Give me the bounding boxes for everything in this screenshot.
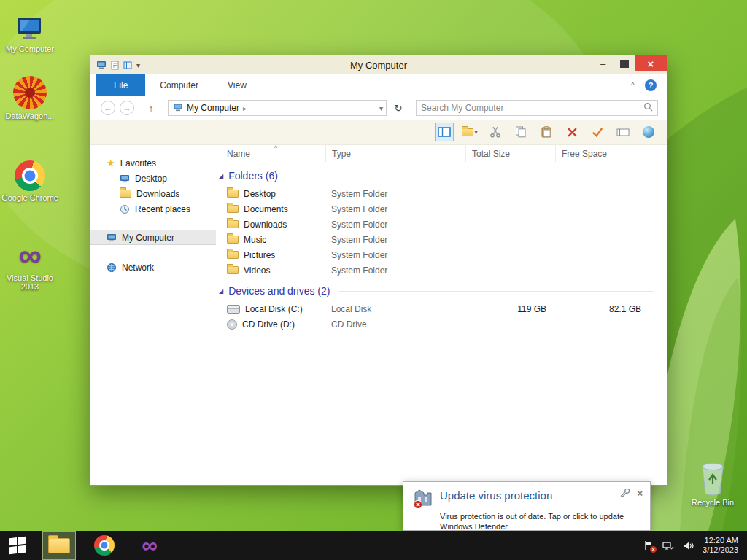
item-type: CD Drive <box>325 319 465 330</box>
file-row-pictures[interactable]: Pictures System Folder <box>216 247 662 262</box>
qat-page-icon[interactable] <box>111 61 119 70</box>
recycle-bin-icon <box>684 459 741 496</box>
preview-pane-button[interactable] <box>435 122 454 141</box>
search-input[interactable] <box>421 103 643 113</box>
caption-buttons: – × <box>592 55 667 71</box>
group-header-devices[interactable]: ◢ Devices and drives (2) <box>219 285 662 297</box>
desktop-icon-label: Google Chrome <box>1 193 58 202</box>
taskbar-visual-studio[interactable]: ∞ <box>133 531 166 560</box>
up-icon: ↑ <box>149 103 154 114</box>
rename-button[interactable] <box>614 122 632 141</box>
delete-button[interactable] <box>562 122 581 141</box>
file-row-desktop[interactable]: Desktop System Folder <box>216 186 662 201</box>
file-row-documents[interactable]: Documents System Folder <box>216 201 662 217</box>
ribbon-tab-bar: File Computer View ^ ? <box>90 74 667 96</box>
tab-file[interactable]: File <box>96 74 145 96</box>
volume-icon[interactable] <box>683 541 694 551</box>
group-collapse-icon[interactable]: ◢ <box>219 173 223 179</box>
drive-row-local-disk-c[interactable]: Local Disk (C:) Local Disk 119 GB 82.1 G… <box>216 301 662 316</box>
file-row-music[interactable]: Music System Folder <box>216 232 662 247</box>
desktop-icon-label: Visual Studio 2013 <box>1 273 58 291</box>
column-label: Total Size <box>472 149 510 159</box>
forward-button[interactable]: → <box>120 101 134 115</box>
paste-button[interactable] <box>537 122 556 141</box>
checkmark-button[interactable] <box>588 122 607 141</box>
titlebar[interactable]: ▾ My Computer – × <box>90 55 667 74</box>
item-name: Local Disk (C:) <box>245 304 303 314</box>
column-header-name[interactable]: Name ^ <box>216 145 325 162</box>
network-globe-button[interactable] <box>639 122 658 141</box>
help-icon[interactable]: ? <box>645 79 657 91</box>
desktop-icon-datawagon[interactable]: DataWagon... <box>1 73 58 120</box>
navigation-pane: ★ Favorites Desktop Downloads Recent pla… <box>90 145 216 442</box>
group-divider <box>287 176 654 176</box>
tab-view[interactable]: View <box>213 74 261 96</box>
sidebar-item-desktop[interactable]: Desktop <box>90 171 216 186</box>
file-row-downloads[interactable]: Downloads System Folder <box>216 217 662 232</box>
action-center-flag-icon[interactable]: × <box>644 540 654 551</box>
back-button[interactable]: ← <box>101 101 115 115</box>
refresh-button[interactable]: ↻ <box>391 101 406 115</box>
taskbar-clock[interactable]: 12:20 AM 3/12/2023 <box>703 536 738 555</box>
ribbon-collapse-icon[interactable]: ^ <box>631 81 635 90</box>
start-button[interactable] <box>0 531 35 560</box>
column-header-total-size[interactable]: Total Size <box>465 145 555 162</box>
desktop-icon-my-computer[interactable]: My Computer <box>1 6 58 53</box>
taskbar-file-explorer[interactable] <box>42 531 76 560</box>
sidebar-item-my-computer[interactable]: My Computer <box>90 230 216 245</box>
qat-panel-icon[interactable] <box>123 61 132 69</box>
minimize-button[interactable]: – <box>592 55 614 71</box>
qat-customize-chevron-icon[interactable]: ▾ <box>136 61 140 69</box>
notification-toast[interactable]: Update virus protection × Virus protecti… <box>403 481 651 531</box>
notification-close-icon[interactable]: × <box>637 488 643 499</box>
chrome-icon <box>1 155 58 191</box>
group-header-folders[interactable]: ◢ Folders (6) <box>219 170 662 182</box>
item-type: System Folder <box>325 235 465 245</box>
desktop-icon-visual-studio[interactable]: ∞ Visual Studio 2013 <box>1 235 58 291</box>
address-dropdown-icon[interactable]: ▾ <box>379 104 383 112</box>
back-icon: ← <box>104 103 112 113</box>
network-tray-icon[interactable] <box>662 541 674 551</box>
column-header-free-space[interactable]: Free Space <box>555 145 650 162</box>
copy-button[interactable] <box>511 122 530 141</box>
system-tray: × 12:20 AM 3/12/2023 <box>644 536 747 555</box>
sidebar-label: Desktop <box>135 174 167 184</box>
open-folder-button[interactable]: ▾ <box>460 122 479 141</box>
group-collapse-icon[interactable]: ◢ <box>219 288 223 295</box>
breadcrumb-chevron-icon[interactable]: ▸ <box>243 104 247 112</box>
taskbar-chrome[interactable] <box>88 531 121 560</box>
sidebar-label: Network <box>122 262 154 273</box>
search-box[interactable] <box>416 100 658 116</box>
breadcrumb[interactable]: My Computer <box>187 103 239 113</box>
sidebar-item-downloads[interactable]: Downloads <box>90 186 216 201</box>
column-header-type[interactable]: Type <box>325 145 465 162</box>
desktop-icon-google-chrome[interactable]: Google Chrome <box>1 155 58 202</box>
column-label: Free Space <box>562 149 607 159</box>
desktop-icon-label: My Computer <box>1 44 58 53</box>
address-bar[interactable]: My Computer ▸ ▾ <box>168 100 387 116</box>
item-size: 119 GB <box>465 304 555 314</box>
item-type: Local Disk <box>325 304 465 314</box>
network-globe-icon <box>643 126 654 138</box>
app-window-icon[interactable] <box>96 61 107 69</box>
tab-computer[interactable]: Computer <box>145 74 213 96</box>
sidebar-favorites[interactable]: ★ Favorites <box>90 155 216 171</box>
windows-logo-icon <box>9 537 26 554</box>
maximize-button[interactable] <box>614 55 635 71</box>
item-name: Downloads <box>244 219 287 230</box>
settings-wrench-icon[interactable] <box>620 489 630 498</box>
file-explorer-icon <box>48 538 70 553</box>
delete-icon <box>567 127 578 138</box>
datawagon-icon <box>1 73 58 109</box>
sidebar-item-network[interactable]: Network <box>90 260 216 275</box>
desktop-icon-recycle-bin[interactable]: Recycle Bin <box>684 459 741 507</box>
file-row-videos[interactable]: Videos System Folder <box>216 262 662 278</box>
close-button[interactable]: × <box>635 55 667 71</box>
forward-icon: → <box>123 103 131 113</box>
up-button[interactable]: ↑ <box>143 101 159 115</box>
search-icon[interactable] <box>643 102 653 114</box>
folder-icon <box>227 266 239 274</box>
drive-row-cd-drive-d[interactable]: CD Drive (D:) CD Drive <box>216 316 662 332</box>
cut-button[interactable] <box>486 122 505 141</box>
sidebar-item-recent-places[interactable]: Recent places <box>90 201 216 217</box>
